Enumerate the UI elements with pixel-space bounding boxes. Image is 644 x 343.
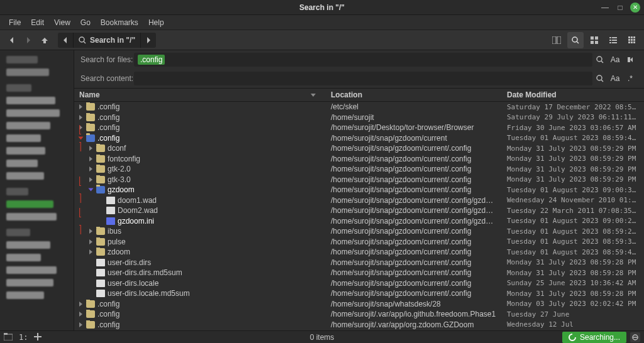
item-name: .config bbox=[97, 113, 119, 122]
item-name: ibus bbox=[108, 227, 121, 236]
svg-rect-30 bbox=[4, 333, 8, 335]
item-date: Monday 03 July 2023 02:02:42 PM bbox=[502, 300, 644, 308]
close-button[interactable]: ✕ bbox=[630, 3, 640, 13]
table-row[interactable]: .config/etc/skelSaturday 17 December 202… bbox=[74, 102, 644, 112]
svg-rect-2 bbox=[552, 36, 556, 44]
svg-rect-18 bbox=[633, 36, 635, 38]
expand-icon[interactable] bbox=[79, 302, 82, 307]
svg-rect-16 bbox=[628, 36, 630, 38]
expand-icon[interactable] bbox=[79, 115, 82, 120]
statusbar: 1: 0 items Searching... bbox=[0, 330, 644, 343]
spinner-icon bbox=[569, 334, 576, 341]
table-row[interactable]: user-dirs.dirs/home/surojit/snap/gzdoom/… bbox=[74, 258, 644, 268]
view-list-button[interactable] bbox=[605, 32, 621, 48]
table-row[interactable]: .config/home/surojitSaturday 29 July 202… bbox=[74, 112, 644, 123]
searching-indicator: Searching... bbox=[562, 332, 626, 343]
col-name-header[interactable]: Name bbox=[74, 90, 326, 99]
case-toggle[interactable]: Aa bbox=[608, 55, 623, 64]
table-row[interactable]: .config/home/surojit/snap/gzdoom/current… bbox=[74, 133, 644, 144]
regex-toggle[interactable] bbox=[623, 56, 638, 63]
search-content-input[interactable] bbox=[134, 72, 592, 85]
table-row[interactable]: dconf/home/surojit/snap/gzdoom/current/.… bbox=[74, 143, 644, 154]
table-row[interactable]: .config/home/surojit/.var/app/io.github.… bbox=[74, 309, 644, 320]
dual-pane-button[interactable] bbox=[548, 32, 565, 48]
menu-go[interactable]: Go bbox=[75, 16, 96, 30]
path-prev-button[interactable] bbox=[58, 33, 74, 48]
table-row[interactable]: fontconfig/home/surojit/snap/gzdoom/curr… bbox=[74, 154, 644, 165]
expand-icon[interactable] bbox=[79, 322, 82, 327]
item-date: Tuesday 01 August 2023 09:00:25 PM bbox=[502, 217, 644, 225]
search-icon bbox=[79, 36, 86, 44]
table-row[interactable]: user-dirs.locale.md5sum/home/surojit/sna… bbox=[74, 288, 644, 299]
expand-icon[interactable] bbox=[79, 136, 84, 139]
expand-icon[interactable] bbox=[79, 312, 82, 317]
table-row[interactable]: user-dirs.dirs.md5sum/home/surojit/snap/… bbox=[74, 268, 644, 278]
path-next-button[interactable] bbox=[140, 33, 156, 48]
item-date: Monday 31 July 2023 08:59:28 PM bbox=[502, 269, 644, 277]
forward-button[interactable] bbox=[20, 32, 36, 48]
table-row[interactable]: pulse/home/surojit/snap/gzdoom/current/.… bbox=[74, 237, 644, 248]
table-row[interactable]: gzdoom.ini/home/surojit/snap/gzdoom/curr… bbox=[74, 216, 644, 227]
open-folder-icon[interactable] bbox=[4, 333, 13, 342]
svg-rect-6 bbox=[591, 36, 594, 40]
table-row[interactable]: doom1.wad/home/surojit/snap/gzdoom/curre… bbox=[74, 195, 644, 206]
case-toggle-content[interactable]: Aa bbox=[608, 74, 623, 83]
expand-icon[interactable] bbox=[79, 104, 82, 109]
item-location: /home/surojit/snap/gzdoom/current/.confi… bbox=[326, 248, 502, 256]
item-date: Monday 31 July 2023 08:59:28 PM bbox=[502, 258, 644, 266]
regex-toggle-content[interactable]: .* bbox=[623, 74, 638, 83]
item-location: /home/surojit/snap/whatsdesk/28 bbox=[326, 300, 502, 308]
item-name: dconf bbox=[108, 144, 126, 153]
expand-icon[interactable] bbox=[89, 146, 92, 151]
svg-line-28 bbox=[601, 80, 603, 82]
item-name: user-dirs.locale bbox=[108, 279, 158, 288]
item-location: /home/surojit/snap/gzdoom/current/.confi… bbox=[326, 268, 502, 277]
search-content-go-icon[interactable] bbox=[592, 75, 608, 82]
expand-icon[interactable] bbox=[89, 239, 92, 244]
minimize-button[interactable]: — bbox=[600, 3, 610, 13]
search-files-input[interactable]: .config bbox=[134, 53, 592, 67]
item-date: Tuesday 27 June bbox=[502, 310, 644, 318]
menu-edit[interactable]: Edit bbox=[26, 16, 49, 30]
svg-rect-22 bbox=[628, 41, 630, 43]
table-row[interactable]: zdoom/home/surojit/snap/gzdoom/current/.… bbox=[74, 247, 644, 258]
item-date: Tuesday 01 August 2023 09:00:35 PM bbox=[502, 186, 644, 194]
path-segment[interactable]: Search in "/" bbox=[74, 33, 140, 48]
table-row[interactable]: .config/home/surojit/snap/whatsdesk/28Mo… bbox=[74, 299, 644, 310]
stop-search-button[interactable] bbox=[630, 332, 640, 342]
search-button[interactable] bbox=[567, 32, 584, 48]
results-list[interactable]: .config/etc/skelSaturday 17 December 202… bbox=[74, 102, 644, 330]
view-compact-button[interactable] bbox=[624, 32, 640, 48]
col-location-header[interactable]: Location bbox=[326, 90, 502, 99]
table-row[interactable]: user-dirs.locale/home/surojit/snap/gzdoo… bbox=[74, 278, 644, 289]
expand-icon[interactable] bbox=[89, 229, 92, 234]
search-files-row: Search for files: .config Aa bbox=[74, 50, 644, 69]
item-location: /home/surojit/Desktop/tor-browser/Browse… bbox=[326, 123, 502, 132]
item-location: /home/surojit/.var/app/io.github.freedoo… bbox=[326, 310, 502, 318]
expand-icon[interactable] bbox=[89, 156, 92, 161]
menu-bookmarks[interactable]: Bookmarks bbox=[96, 16, 143, 30]
search-files-go-icon[interactable] bbox=[592, 56, 608, 63]
item-location: /home/surojit/snap/gzdoom/current/.confi… bbox=[326, 165, 502, 173]
menu-help[interactable]: Help bbox=[143, 16, 169, 30]
menu-view[interactable]: View bbox=[49, 16, 75, 30]
table-row[interactable]: gzdoom/home/surojit/snap/gzdoom/current/… bbox=[74, 185, 644, 195]
view-icons-button[interactable] bbox=[586, 32, 602, 48]
menu-file[interactable]: File bbox=[4, 16, 26, 30]
folder-icon bbox=[96, 227, 105, 235]
back-button[interactable] bbox=[4, 32, 20, 48]
table-row[interactable]: gtk-2.0/home/surojit/snap/gzdoom/current… bbox=[74, 164, 644, 175]
table-row[interactable]: .config/home/surojit/.var/app/org.zdoom.… bbox=[74, 320, 644, 330]
terminal-icon[interactable]: 1: bbox=[19, 333, 28, 342]
item-date: Tuesday 01 August 2023 08:59:46 PM bbox=[502, 134, 644, 142]
col-date-header[interactable]: Date Modified bbox=[502, 90, 644, 99]
expand-icon[interactable] bbox=[89, 188, 94, 192]
new-tab-icon[interactable] bbox=[34, 333, 42, 342]
expand-icon[interactable] bbox=[89, 249, 92, 254]
up-button[interactable] bbox=[36, 32, 53, 48]
folder-icon bbox=[96, 186, 105, 193]
table-row[interactable]: ibus/home/surojit/snap/gzdoom/current/.c… bbox=[74, 226, 644, 237]
status-text: 0 items bbox=[310, 333, 335, 342]
expand-icon[interactable] bbox=[89, 166, 92, 172]
maximize-button[interactable]: □ bbox=[615, 3, 625, 13]
